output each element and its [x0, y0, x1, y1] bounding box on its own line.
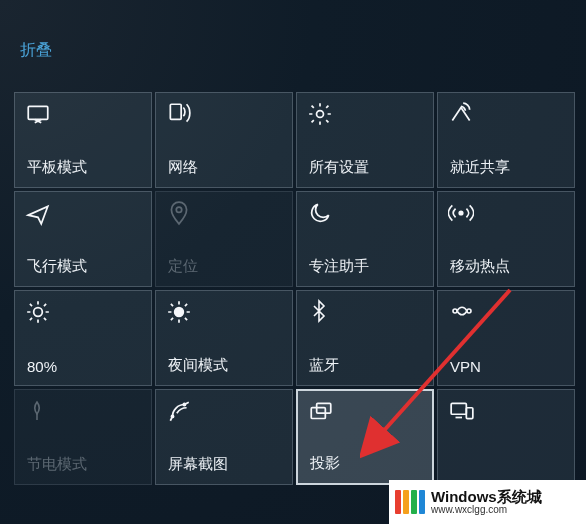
tile-label: 节电模式 — [27, 455, 87, 474]
tile-label: 平板模式 — [27, 158, 87, 177]
tile-near-share[interactable]: 就近共享 — [437, 92, 575, 188]
tile-label: 飞行模式 — [27, 257, 87, 276]
tile-network[interactable]: 网络 — [155, 92, 293, 188]
hotspot-icon — [448, 200, 476, 228]
tile-vpn[interactable]: VPN — [437, 290, 575, 386]
connect-icon — [448, 398, 476, 426]
tile-label: 所有设置 — [309, 158, 369, 177]
svg-rect-0 — [28, 106, 48, 119]
tile-label: 投影 — [310, 454, 340, 473]
network-icon — [166, 101, 194, 129]
tile-tablet-mode[interactable]: 平板模式 — [14, 92, 152, 188]
project-icon — [308, 399, 336, 427]
svg-point-8 — [467, 309, 471, 313]
svg-point-6 — [175, 308, 184, 317]
tile-brightness[interactable]: 80% — [14, 290, 152, 386]
tile-label: 专注助手 — [309, 257, 369, 276]
airplane-icon — [25, 200, 53, 228]
tile-label: 网络 — [168, 158, 198, 177]
screenshot-icon — [166, 398, 194, 426]
svg-rect-1 — [170, 104, 181, 119]
tile-label: 蓝牙 — [309, 356, 339, 375]
near-share-icon — [448, 101, 476, 129]
tile-label: 就近共享 — [450, 158, 510, 177]
tile-bluetooth[interactable]: 蓝牙 — [296, 290, 434, 386]
tile-hotspot[interactable]: 移动热点 — [437, 191, 575, 287]
watermark-sub: www.wxclgg.com — [431, 505, 542, 516]
svg-point-7 — [453, 309, 457, 313]
watermark-logo — [395, 490, 425, 514]
svg-point-5 — [34, 308, 43, 317]
svg-rect-13 — [451, 403, 466, 414]
moon-icon — [307, 200, 335, 228]
tile-focus-assist[interactable]: 专注助手 — [296, 191, 434, 287]
tile-battery-saver[interactable]: 节电模式 — [14, 389, 152, 485]
tile-project[interactable]: 投影 — [296, 389, 434, 485]
tile-location[interactable]: 定位 — [155, 191, 293, 287]
tile-label: 移动热点 — [450, 257, 510, 276]
svg-point-9 — [171, 415, 173, 417]
svg-point-10 — [183, 403, 185, 405]
tile-screenshot[interactable]: 屏幕截图 — [155, 389, 293, 485]
svg-point-4 — [459, 211, 462, 214]
svg-point-3 — [176, 207, 181, 212]
watermark-title: Windows系统城 — [431, 489, 542, 505]
tile-all-settings[interactable]: 所有设置 — [296, 92, 434, 188]
svg-rect-14 — [466, 408, 473, 419]
tile-label: 定位 — [168, 257, 198, 276]
svg-point-2 — [317, 111, 324, 118]
tile-label: VPN — [450, 358, 481, 375]
tablet-mode-icon — [25, 101, 53, 129]
location-icon — [166, 200, 194, 228]
night-light-icon — [166, 299, 194, 327]
tile-airplane-mode[interactable]: 飞行模式 — [14, 191, 152, 287]
watermark: Windows系统城 www.wxclgg.com — [389, 480, 586, 524]
gear-icon — [307, 101, 335, 129]
collapse-link[interactable]: 折叠 — [20, 40, 52, 61]
tile-label: 屏幕截图 — [168, 455, 228, 474]
tile-label: 80% — [27, 358, 57, 375]
battery-saver-icon — [25, 398, 53, 426]
tile-connect[interactable] — [437, 389, 575, 485]
bluetooth-icon — [307, 299, 335, 327]
tile-night-light[interactable]: 夜间模式 — [155, 290, 293, 386]
brightness-icon — [25, 299, 53, 327]
quick-actions-grid: 平板模式 网络 所有设置 就近共享 — [14, 92, 575, 485]
vpn-icon — [448, 299, 476, 327]
tile-label: 夜间模式 — [168, 356, 228, 375]
watermark-text: Windows系统城 www.wxclgg.com — [431, 489, 542, 515]
